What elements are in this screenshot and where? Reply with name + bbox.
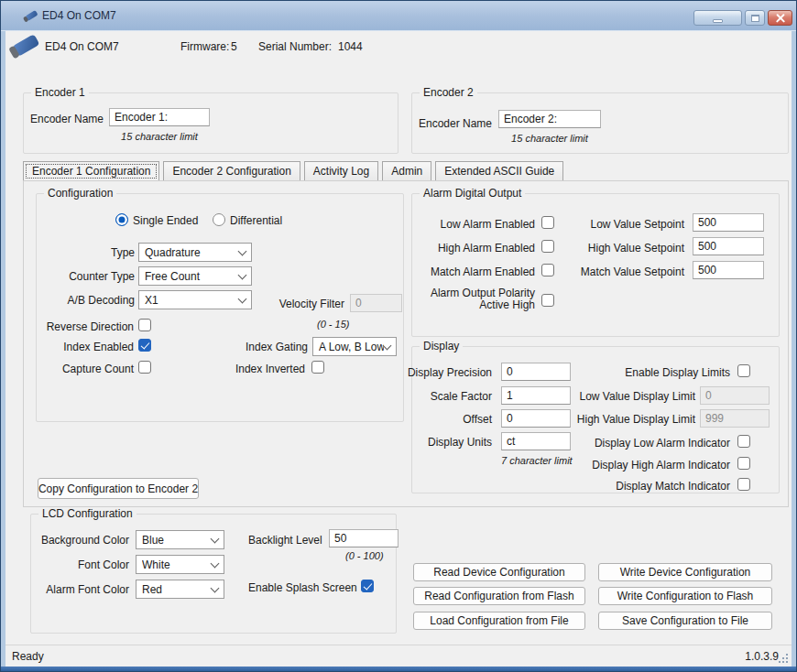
reverse-direction-checkbox[interactable] [138,319,151,331]
load-configuration-from-file-button[interactable]: Load Configuration from File [413,612,585,630]
app-name: ED4 On COM7 [45,40,119,53]
encoder1-name-input[interactable]: Encoder 1: [109,108,210,126]
low-value-setpoint-input[interactable]: 500 [693,213,764,232]
match-value-setpoint-input[interactable]: 500 [693,261,764,279]
write-device-configuration-button[interactable]: Write Device Configuration [598,563,772,581]
titlebar-app-icon [25,10,38,21]
display-high-alarm-indicator-label: Display High Alarm Indicator [514,459,730,471]
index-enabled-label: Index Enabled [24,341,134,353]
encoder2-name-input[interactable]: Encoder 2: [498,110,601,128]
window-title: ED4 On COM7 [42,9,116,22]
index-gating-select[interactable]: A Low, B Low [312,337,397,356]
maximize-button[interactable] [745,10,765,26]
tab-encoder1-configuration[interactable]: Encoder 1 Configuration [23,161,159,181]
background-color-select[interactable]: Blue [136,530,224,549]
backlight-level-input[interactable]: 50 [329,529,398,547]
alarm-polarity-checkbox[interactable] [541,294,554,307]
font-color-select[interactable]: White [136,555,224,574]
encoder1-name-value: Encoder 1: [115,111,168,124]
differential-radio[interactable] [213,213,225,226]
type-value: Quadrature [145,246,239,259]
write-configuration-to-flash-button[interactable]: Write Configuration to Flash [598,587,772,605]
tab-extended-ascii-guide[interactable]: Extended ASCII Guide [435,161,563,181]
encoder1-name-label: Encoder Name [30,113,104,125]
display-group-title: Display [420,340,463,352]
low-alarm-enabled-label: Low Alarm Enabled [422,218,535,231]
enable-splash-screen-checkbox[interactable] [361,580,374,592]
font-color-label: Font Color [28,558,129,571]
background-color-label: Background Color [28,534,129,547]
alarm-group-title: Alarm Digital Output [420,187,525,200]
counter-type-value: Free Count [145,270,239,283]
low-display-limit-label: Low Value Display Limit [551,390,695,403]
alarm-font-color-label: Alarm Font Color [28,583,129,596]
counter-type-select[interactable]: Free Count [138,266,252,286]
chevron-down-icon [238,270,247,279]
low-display-limit-value: 0 [705,389,712,402]
offset-label: Offset [395,413,492,426]
tab-encoder2-configuration[interactable]: Encoder 2 Configuration [163,161,300,181]
enable-display-limits-label: Enable Display Limits [551,366,730,379]
high-value-setpoint-label: High Value Setpoint [551,242,684,255]
encoder2-group-title: Encoder 2 [420,86,477,99]
high-display-limit-input: 999 [700,409,770,428]
minimize-button[interactable] [693,10,742,26]
scale-factor-value: 1 [507,389,513,402]
read-device-configuration-button[interactable]: Read Device Configuration [413,563,585,581]
index-gating-label: Index Gating [221,341,308,353]
type-select[interactable]: Quadrature [138,243,252,262]
serial-number-label: Serial Number: [258,40,332,53]
encoder2-limit-note: 15 character limit [498,133,601,144]
version-text: 1.0.3.9 [745,650,779,663]
scale-factor-label: Scale Factor [395,390,492,403]
alarm-font-color-select[interactable]: Red [136,580,224,599]
serial-number-value: 1044 [338,40,363,53]
chevron-down-icon [383,341,392,350]
velocity-filter-range-note: (0 - 15) [317,319,349,330]
read-configuration-from-flash-button[interactable]: Read Configuration from Flash [413,587,585,605]
chevron-down-icon [238,294,247,303]
display-precision-label: Display Precision [395,366,492,379]
encoder1-limit-note: 15 character limit [109,131,210,142]
ab-decoding-label: A/B Decoding [38,294,135,307]
capture-count-checkbox[interactable] [138,361,151,374]
low-value-setpoint-label: Low Value Setpoint [551,218,684,231]
velocity-filter-input: 0 [350,294,402,312]
resize-grip-icon[interactable] [786,661,788,663]
index-gating-value: A Low, B Low [319,341,384,353]
display-low-alarm-indicator-checkbox[interactable] [737,435,750,448]
title-bar[interactable]: ED4 On COM7 [1,1,796,31]
minimize-icon [713,19,723,23]
copy-configuration-button[interactable]: Copy Configuration to Encoder 2 [38,478,199,499]
single-ended-label: Single Ended [133,214,198,227]
index-enabled-checkbox[interactable] [138,339,151,352]
counter-type-label: Counter Type [38,270,135,283]
display-match-indicator-checkbox[interactable] [737,478,750,491]
device-icon [13,34,40,57]
display-match-indicator-label: Display Match Indicator [514,480,730,493]
velocity-filter-label: Velocity Filter [262,298,344,310]
single-ended-radio[interactable] [115,213,128,226]
tab-admin[interactable]: Admin [382,161,431,181]
alarm-polarity-label: Alarm Output Polarity Active High [422,287,535,311]
type-label: Type [38,246,135,259]
index-inverted-label: Index Inverted [221,363,305,375]
tab-strip: Encoder 1 Configuration Encoder 2 Config… [23,161,563,181]
window-frame-left [1,31,5,667]
window-frame-right [792,31,796,667]
display-units-label: Display Units [395,436,492,449]
high-value-setpoint-input[interactable]: 500 [693,237,764,255]
enable-display-limits-checkbox[interactable] [737,364,750,377]
ab-decoding-select[interactable]: X1 [138,290,252,309]
tab-activity-log[interactable]: Activity Log [304,161,378,181]
reverse-direction-label: Reverse Direction [24,320,134,333]
display-low-alarm-indicator-label: Display Low Alarm Indicator [514,437,730,450]
firmware-label: Firmware: [180,40,229,53]
index-inverted-checkbox[interactable] [311,361,324,374]
chevron-down-icon [211,558,220,568]
high-alarm-enabled-label: High Alarm Enabled [422,242,535,255]
configuration-group-title: Configuration [44,187,116,200]
save-configuration-to-file-button[interactable]: Save Configuration to File [598,612,772,630]
display-high-alarm-indicator-checkbox[interactable] [737,457,750,470]
close-button[interactable] [768,10,792,26]
